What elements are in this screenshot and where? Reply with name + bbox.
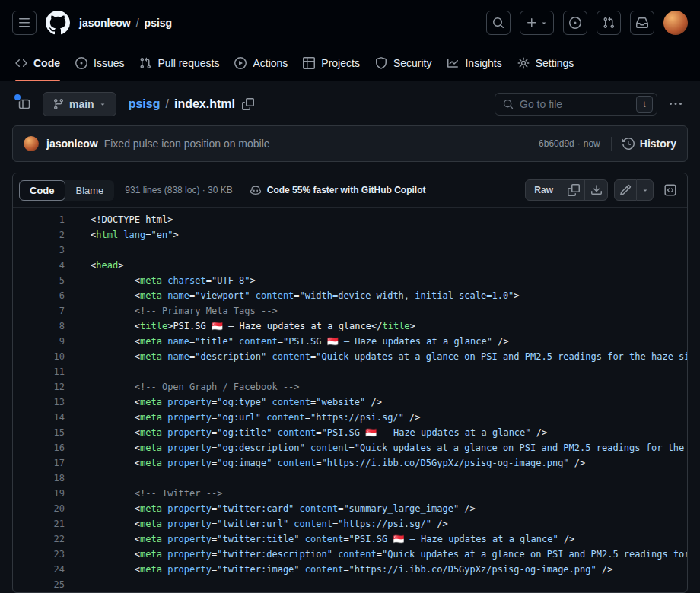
- breadcrumb-repo[interactable]: psisg: [145, 17, 173, 29]
- code-text: [65, 471, 687, 486]
- copy-file-button[interactable]: [562, 179, 585, 201]
- user-avatar[interactable]: [663, 11, 688, 35]
- line-number[interactable]: 23: [13, 547, 65, 562]
- gear-icon: [517, 57, 530, 69]
- line-number[interactable]: 3: [13, 243, 65, 258]
- line-number[interactable]: 13: [13, 395, 65, 410]
- file-path-breadcrumb: psisg / index.html: [129, 97, 254, 111]
- line-number[interactable]: 19: [13, 486, 65, 501]
- code-text: <meta property="og:description" content=…: [65, 440, 687, 455]
- line-number[interactable]: 22: [13, 531, 65, 547]
- copy-path-button[interactable]: [242, 98, 254, 110]
- go-to-file-search: t: [495, 93, 657, 116]
- line-number[interactable]: 11: [13, 364, 65, 379]
- line-number[interactable]: 17: [13, 455, 65, 471]
- tab-label: Issues: [94, 57, 124, 69]
- global-nav-menu-button[interactable]: [12, 11, 37, 35]
- code-line: 3: [13, 243, 687, 258]
- blame-view-tab[interactable]: Blame: [65, 180, 115, 201]
- line-number[interactable]: 4: [13, 258, 65, 273]
- line-number[interactable]: 21: [13, 516, 65, 531]
- tab-projects[interactable]: Projects: [295, 46, 368, 81]
- commit-author[interactable]: jasonleow: [46, 138, 98, 150]
- tab-actions[interactable]: Actions: [227, 46, 295, 81]
- file-tree-toggle-button[interactable]: [12, 92, 37, 116]
- code-panel-header: Code Blame 931 lines (838 loc) · 30 KB C…: [13, 173, 687, 208]
- go-to-file-input[interactable]: [518, 97, 632, 111]
- code-line: 6 <meta name="viewport" content="width=d…: [13, 288, 687, 303]
- raw-button[interactable]: Raw: [525, 179, 562, 201]
- code-text: <meta property="twitter:url" content="ht…: [65, 516, 687, 531]
- branch-selector-button[interactable]: main: [43, 92, 116, 116]
- more-options-button[interactable]: [663, 92, 688, 116]
- download-button[interactable]: [585, 179, 608, 201]
- line-number[interactable]: 12: [13, 379, 65, 395]
- issues-header-button[interactable]: [563, 11, 587, 35]
- tab-issues[interactable]: Issues: [68, 46, 132, 81]
- search-icon: [492, 17, 504, 29]
- tab-label: Insights: [465, 57, 501, 69]
- tab-code[interactable]: Code: [8, 46, 68, 81]
- line-number[interactable]: 10: [13, 349, 65, 364]
- code-line: 7 <!-- Primary Meta Tags -->: [13, 303, 687, 319]
- search-button[interactable]: [486, 11, 511, 35]
- copilot-text: Code 55% faster with GitHub Copilot: [267, 185, 426, 195]
- line-number[interactable]: 14: [13, 410, 65, 425]
- notifications-inbox-button[interactable]: [630, 11, 654, 35]
- commit-author-avatar[interactable]: [24, 136, 39, 151]
- history-icon: [622, 138, 635, 150]
- tab-security[interactable]: Security: [368, 46, 440, 81]
- line-number[interactable]: 7: [13, 303, 65, 319]
- create-new-button[interactable]: [520, 11, 554, 35]
- code-text: <!DOCTYPE html>: [65, 212, 687, 227]
- copilot-banner[interactable]: Code 55% faster with GitHub Copilot: [250, 184, 426, 196]
- code-view-tab[interactable]: Code: [19, 180, 65, 201]
- line-number[interactable]: 25: [13, 577, 65, 592]
- edit-options-button[interactable]: [637, 179, 654, 201]
- commit-meta: 6b60d9d · now History: [539, 137, 676, 151]
- code-text: <!-- Twitter -->: [65, 486, 687, 501]
- search-icon: [503, 99, 514, 109]
- line-number[interactable]: 24: [13, 562, 65, 577]
- edit-group: [614, 179, 654, 201]
- code-text: <meta name="viewport" content="width=dev…: [65, 288, 687, 303]
- shortcut-key-badge: t: [636, 96, 653, 113]
- edit-file-button[interactable]: [614, 179, 637, 201]
- code-text: [65, 577, 687, 592]
- code-line: 2<html lang="en">: [13, 227, 687, 243]
- line-number[interactable]: 9: [13, 334, 65, 349]
- repo-nav-tabs: CodeIssuesPull requestsActionsProjectsSe…: [8, 46, 692, 81]
- code-line: 24 <meta property="twitter:image" conten…: [13, 562, 687, 577]
- file-meta-info: 931 lines (838 loc) · 30 KB: [125, 185, 232, 195]
- code-text: <!-- Open Graph / Facebook -->: [65, 379, 687, 395]
- line-number[interactable]: 15: [13, 425, 65, 440]
- symbols-panel-button[interactable]: [660, 179, 681, 201]
- github-mark-icon: [46, 11, 70, 35]
- pull-requests-header-button[interactable]: [597, 11, 621, 35]
- line-number[interactable]: 5: [13, 273, 65, 288]
- commit-sha-time[interactable]: 6b60d9d · now: [539, 138, 600, 149]
- path-repo-link[interactable]: psisg: [129, 97, 161, 111]
- tab-insights[interactable]: Insights: [439, 46, 509, 81]
- line-number[interactable]: 8: [13, 319, 65, 334]
- line-number[interactable]: 6: [13, 288, 65, 303]
- code-text: <meta name="description" content="Quick …: [65, 349, 687, 364]
- line-number[interactable]: 20: [13, 501, 65, 516]
- main-content: main psisg / index.html t: [0, 81, 700, 593]
- header-right: [486, 11, 688, 35]
- github-logo[interactable]: [46, 11, 70, 35]
- commit-time: now: [584, 138, 600, 149]
- line-number[interactable]: 1: [13, 212, 65, 227]
- tab-settings[interactable]: Settings: [510, 46, 582, 81]
- line-number[interactable]: 2: [13, 227, 65, 243]
- breadcrumb-owner[interactable]: jasonleow: [79, 17, 131, 29]
- code-text: <meta property="twitter:image" content="…: [65, 562, 687, 577]
- pencil-icon: [619, 184, 632, 196]
- commit-message[interactable]: Fixed pulse icon position on mobile: [104, 138, 270, 150]
- line-number[interactable]: 16: [13, 440, 65, 455]
- code-line: 17 <meta property="og:image" content="ht…: [13, 455, 687, 471]
- line-number[interactable]: 18: [13, 471, 65, 486]
- history-button[interactable]: History: [622, 138, 676, 150]
- tab-pull-requests[interactable]: Pull requests: [132, 46, 227, 81]
- tab-label: Security: [393, 57, 432, 69]
